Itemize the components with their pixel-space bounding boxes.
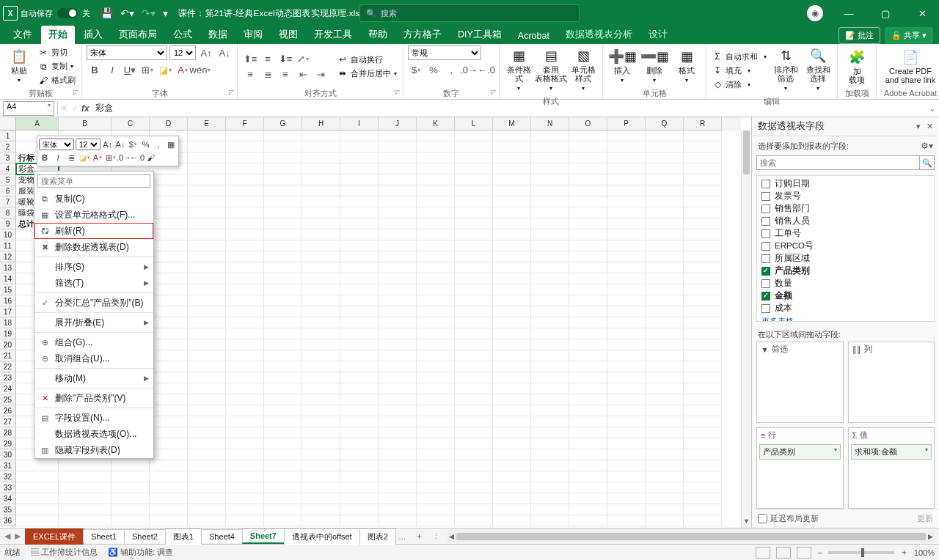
align-right-icon[interactable]: ≡ (277, 67, 293, 81)
col-header-I[interactable]: I (340, 117, 379, 130)
field-list[interactable]: 订购日期发票号销售部门销售人员工单号ERPCO号所属区域产品类别数量金额成本更多… (756, 175, 935, 322)
sheet-tab-1[interactable]: Sheet1 (83, 529, 125, 543)
column-headers[interactable]: ABCDEFGHIJKLMNOPQR (16, 117, 741, 130)
fx-cancel-icon[interactable]: ✕ (61, 103, 67, 113)
col-header-H[interactable]: H (302, 117, 340, 130)
row-header-36[interactable]: 36 (0, 515, 16, 526)
field-产品类别[interactable]: 产品类别 (757, 265, 934, 277)
mini-fmtpaint-icon[interactable]: 🖌 (145, 152, 156, 163)
sheet-tab-0[interactable]: EXCEL课件 (25, 528, 84, 545)
account-avatar[interactable]: ◉ (807, 5, 823, 21)
fx-accept-icon[interactable]: ✓ (72, 103, 78, 113)
row-header-23[interactable]: 23 (0, 372, 16, 383)
ctx-hide-field-list[interactable]: ▥隐藏字段列表(D) (34, 442, 153, 458)
sheet-tab-5[interactable]: Sheet7 (242, 528, 285, 544)
field-ERPCO号[interactable]: ERPCO号 (757, 240, 934, 252)
font-launcher[interactable]: ◸ (229, 86, 234, 98)
sheet-tab-7[interactable]: 图表2 (359, 528, 396, 545)
vertical-scrollbar[interactable]: ▲ ▼ (741, 130, 751, 528)
row-header-2[interactable]: 2 (0, 141, 16, 152)
col-header-E[interactable]: E (188, 117, 226, 130)
sheet-tab-3[interactable]: 图表1 (165, 528, 202, 545)
delete-cells-button[interactable]: ➖▦删除▾ (640, 45, 669, 87)
row-header-10[interactable]: 10 (0, 229, 16, 240)
row-header-25[interactable]: 25 (0, 394, 16, 405)
row-header-26[interactable]: 26 (0, 405, 16, 416)
number-launcher[interactable]: ◸ (491, 86, 496, 98)
tab-formulas[interactable]: 公式 (166, 26, 200, 44)
ctx-copy[interactable]: ⧉复制(C) (34, 191, 153, 207)
col-header-C[interactable]: C (112, 117, 150, 130)
undo-icon[interactable]: ↶▾ (120, 7, 134, 19)
field-销售部门[interactable]: 销售部门 (757, 202, 934, 215)
wrap-text-button[interactable]: ↩自动换行 (336, 53, 398, 66)
insert-cells-button[interactable]: ➕▦插入▾ (607, 45, 637, 87)
mini-fontcolor-icon[interactable]: A (92, 152, 103, 163)
zoom-label[interactable]: 100% (914, 548, 935, 557)
sheet-nav-prev-icon[interactable]: ◀ (4, 531, 10, 541)
ctx-ungroup[interactable]: ⊖取消组合(U)... (34, 350, 153, 366)
tab-help[interactable]: 帮助 (361, 26, 395, 44)
tab-layout[interactable]: 页面布局 (112, 26, 164, 44)
percent-icon[interactable]: % (425, 62, 442, 77)
comments-button[interactable]: 📝 批注 (838, 27, 880, 44)
indent-inc-icon[interactable]: ⇥ (313, 67, 329, 81)
decrease-font-icon[interactable]: A↓ (216, 45, 233, 60)
row-header-17[interactable]: 17 (0, 306, 16, 317)
col-header-D[interactable]: D (150, 117, 188, 130)
view-normal-button[interactable] (756, 547, 770, 559)
checkbox[interactable] (761, 304, 770, 313)
format-as-table-button[interactable]: ▤套用 表格格式▾ (536, 45, 566, 95)
area-filter[interactable]: ▼筛选 (756, 342, 844, 423)
checkbox[interactable] (761, 192, 770, 201)
mini-currency-icon[interactable]: $ (128, 139, 139, 150)
save-icon[interactable]: 💾 (101, 7, 113, 19)
col-header-A[interactable]: A (16, 117, 59, 130)
view-pagelayout-button[interactable] (776, 547, 791, 559)
add-sheet-button[interactable]: ＋ (409, 531, 429, 542)
fields-search-input[interactable] (756, 155, 920, 170)
col-header-R[interactable]: R (684, 117, 722, 130)
sheet-tab-4[interactable]: Sheet4 (201, 529, 243, 543)
select-all-triangle[interactable] (0, 117, 16, 130)
mini-italic-icon[interactable]: I (52, 152, 64, 163)
increase-font-icon[interactable]: A↑ (198, 45, 214, 60)
ctx-delete-pivot[interactable]: ✖删除数据透视表(D) (34, 239, 153, 255)
number-format-select[interactable]: 常规 (408, 45, 481, 60)
taskpane-dropdown-icon[interactable]: ▾ (916, 122, 921, 131)
ctx-field-settings[interactable]: ▤字段设置(N)... (34, 410, 153, 426)
status-accessibility[interactable]: ♿ 辅助功能: 调查 (108, 547, 173, 558)
align-middle-icon[interactable]: ≡ (260, 51, 276, 66)
fill-color-icon[interactable]: ◪ (157, 62, 173, 77)
hscroll-right-icon[interactable]: ▶ (926, 531, 935, 542)
field-发票号[interactable]: 发票号 (757, 190, 934, 202)
mini-comma-icon[interactable]: , (153, 139, 164, 150)
sheet-tab-6[interactable]: 透视表中的offset (284, 528, 360, 545)
checkbox[interactable] (761, 217, 770, 226)
row-header-34[interactable]: 34 (0, 493, 16, 504)
hscroll-left-icon[interactable]: ◀ (447, 531, 456, 542)
align-top-icon[interactable]: ⬆≡ (242, 51, 258, 66)
tab-view[interactable]: 视图 (271, 26, 305, 44)
view-pagebreak-button[interactable] (797, 547, 811, 559)
scroll-thumb[interactable] (743, 130, 750, 174)
horizontal-scrollbar[interactable]: ◀ ▶ (447, 531, 935, 542)
ctx-subtotal[interactable]: ✓分类汇总"产品类别"(B) (34, 295, 153, 311)
row-header-14[interactable]: 14 (0, 273, 16, 284)
row-header-16[interactable]: 16 (0, 295, 16, 306)
col-header-P[interactable]: P (607, 117, 646, 130)
col-header-F[interactable]: F (226, 117, 264, 130)
mini-incfont-icon[interactable]: A↑ (102, 139, 113, 150)
tab-home[interactable]: 开始 (41, 26, 75, 44)
fill-button[interactable]: ↧填充▾ (711, 64, 768, 77)
tab-acrobat[interactable]: Acrobat (511, 28, 557, 44)
mini-fillcolor-icon[interactable]: ◪ (78, 152, 90, 163)
row-header-35[interactable]: 35 (0, 504, 16, 515)
field-成本[interactable]: 成本 (757, 302, 934, 314)
defer-layout-checkbox[interactable] (758, 514, 767, 523)
tab-fangfanggezi[interactable]: 方方格子 (396, 26, 449, 44)
name-box[interactable]: A4 (3, 101, 54, 116)
maximize-button[interactable]: ▢ (874, 8, 896, 19)
ctx-move[interactable]: 移动(M)▶ (34, 370, 153, 386)
field-数量[interactable]: 数量 (757, 277, 934, 290)
